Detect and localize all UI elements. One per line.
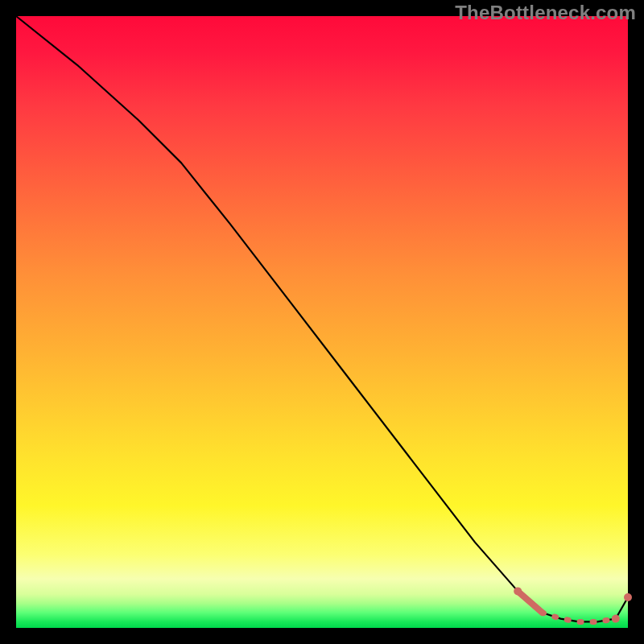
- bottleneck-curve: [16, 16, 628, 621]
- highlight-dotted: [543, 613, 616, 621]
- highlight-dot: [612, 615, 620, 623]
- highlight-thick: [518, 591, 542, 613]
- highlight-dot: [514, 587, 522, 595]
- plot-area: [16, 16, 628, 628]
- watermark-text: TheBottleneck.com: [455, 2, 636, 24]
- chart-svg: [16, 16, 628, 628]
- chart-frame: TheBottleneck.com: [0, 0, 644, 644]
- highlight-dot: [624, 593, 632, 601]
